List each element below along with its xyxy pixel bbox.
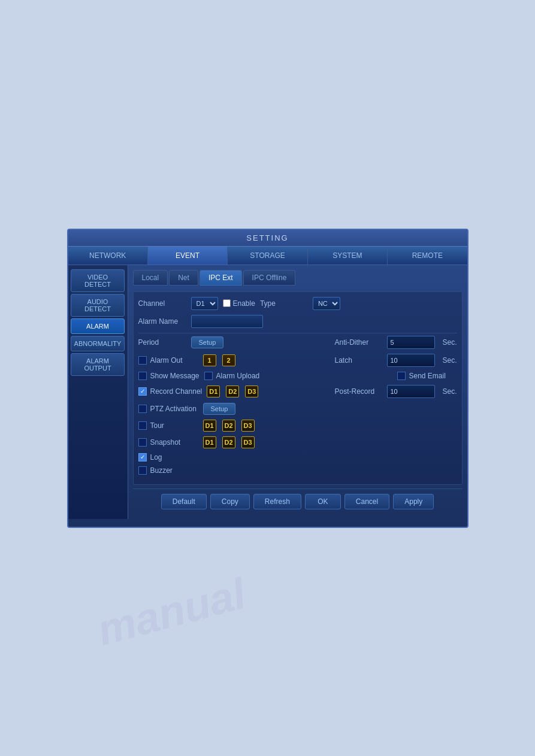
alarm-out-checkbox[interactable]: [138, 356, 147, 365]
watermark: manual: [92, 569, 251, 655]
period-label: Period: [138, 338, 186, 347]
record-channel-checkbox[interactable]: ✓: [138, 387, 147, 396]
alarm-name-label: Alarm Name: [138, 317, 186, 326]
record-channel-group: ✓ Record Channel: [138, 387, 202, 396]
buzzer-group: Buzzer: [138, 466, 198, 475]
record-d1[interactable]: D1: [207, 385, 220, 397]
log-row: ✓ Log: [138, 453, 457, 462]
log-checkbox[interactable]: ✓: [138, 453, 147, 462]
snapshot-checkbox[interactable]: [138, 438, 147, 447]
sidebar-video-detect[interactable]: VIDEO DETECT: [71, 269, 124, 292]
tab-local[interactable]: Local: [133, 270, 168, 286]
ptz-row: PTZ Activation Setup: [138, 403, 457, 415]
channel-select[interactable]: D1: [191, 297, 218, 310]
enable-group: Enable: [223, 299, 255, 308]
type-label: Type: [260, 299, 308, 308]
snap-d3[interactable]: D3: [241, 436, 255, 448]
alarm-name-row: Alarm Name: [138, 315, 457, 328]
tour-label: Tour: [150, 421, 164, 430]
alarm-out-row: Alarm Out 1 2 Latch Sec.: [138, 354, 457, 367]
channel-row: Channel D1 Enable Type NC: [138, 297, 457, 310]
enable-checkbox[interactable]: [223, 299, 231, 307]
buzzer-label: Buzzer: [150, 466, 173, 475]
message-row: Show Message Alarm Upload Send Email: [138, 372, 457, 380]
snap-d2[interactable]: D2: [222, 436, 235, 448]
alarm-upload-group: Alarm Upload: [204, 372, 264, 380]
tab-net[interactable]: Net: [169, 270, 198, 286]
left-sidebar: VIDEO DETECT AUDIO DETECT ALARM ABNORMAL…: [68, 265, 128, 519]
post-record-sec: Sec.: [442, 387, 457, 396]
alarm-name-input[interactable]: [191, 315, 263, 328]
send-email-checkbox[interactable]: [397, 372, 406, 380]
ok-button[interactable]: OK: [305, 494, 341, 509]
tour-d2[interactable]: D2: [222, 420, 235, 432]
cancel-button[interactable]: Cancel: [344, 494, 389, 509]
send-email-group: Send Email: [397, 372, 457, 380]
copy-button[interactable]: Copy: [210, 494, 250, 509]
enable-label: Enable: [233, 299, 255, 308]
tab-ipc-ext[interactable]: IPC Ext: [200, 270, 242, 286]
alarm-upload-label: Alarm Upload: [216, 372, 260, 380]
nav-event[interactable]: EVENT: [148, 247, 228, 265]
sidebar-alarm-output[interactable]: ALARM OUTPUT: [71, 353, 124, 376]
divider-1: [138, 333, 457, 333]
snapshot-row: Snapshot D1 D2 D3: [138, 436, 457, 448]
record-d2[interactable]: D2: [226, 385, 239, 397]
window-title: SETTING: [246, 233, 288, 242]
sidebar-alarm[interactable]: ALARM: [71, 318, 124, 334]
tour-d1[interactable]: D1: [203, 420, 216, 432]
snap-d1[interactable]: D1: [203, 436, 216, 448]
nav-system[interactable]: SYSTEM: [308, 247, 388, 265]
latch-input[interactable]: [387, 354, 435, 367]
record-channel-row: ✓ Record Channel D1 D2 D3 Post-Record Se…: [138, 385, 457, 398]
show-message-group: Show Message: [138, 372, 200, 380]
show-message-label: Show Message: [150, 372, 200, 380]
alarm-out-group: Alarm Out: [138, 356, 198, 365]
snapshot-group: Snapshot: [138, 438, 198, 447]
tour-d3[interactable]: D3: [241, 420, 255, 432]
nav-network[interactable]: NETWORK: [68, 247, 148, 265]
period-setup-button[interactable]: Setup: [191, 336, 224, 348]
antidither-sec: Sec.: [442, 338, 457, 347]
alarm-upload-checkbox[interactable]: [204, 372, 213, 380]
type-select[interactable]: NC: [313, 297, 340, 310]
content-area: VIDEO DETECT AUDIO DETECT ALARM ABNORMAL…: [68, 265, 467, 519]
bottom-bar: Default Copy Refresh OK Cancel Apply: [133, 488, 463, 514]
record-channel-label: Record Channel: [150, 387, 202, 396]
channel-label: Channel: [138, 299, 186, 308]
apply-button[interactable]: Apply: [393, 494, 434, 509]
main-panel: Local Net IPC Ext IPC Offline Channel D1: [128, 265, 467, 519]
title-bar: SETTING: [68, 230, 467, 247]
tour-checkbox[interactable]: [138, 421, 147, 430]
outer-wrapper: manual SETTING NETWORK EVENT STORAGE SYS…: [0, 0, 535, 756]
tab-ipc-offline[interactable]: IPC Offline: [243, 270, 296, 286]
post-record-input[interactable]: [387, 385, 435, 398]
alarm-out-2[interactable]: 2: [222, 354, 235, 366]
latch-label: Latch: [334, 356, 382, 365]
post-record-label: Post-Record: [334, 387, 382, 396]
log-group: ✓ Log: [138, 453, 198, 462]
record-d3[interactable]: D3: [245, 385, 258, 397]
period-row: Period Setup Anti-Dither Sec.: [138, 336, 457, 349]
buzzer-checkbox[interactable]: [138, 466, 147, 475]
show-message-checkbox[interactable]: [138, 372, 147, 380]
alarm-out-1[interactable]: 1: [203, 354, 216, 366]
refresh-button[interactable]: Refresh: [253, 494, 301, 509]
ptz-activation-group: PTZ Activation: [138, 405, 198, 413]
ptz-activation-label: PTZ Activation: [150, 405, 197, 413]
buzzer-row: Buzzer: [138, 466, 457, 475]
alarm-out-label: Alarm Out: [150, 356, 183, 365]
nav-storage[interactable]: STORAGE: [228, 247, 307, 265]
sidebar-audio-detect[interactable]: AUDIO DETECT: [71, 294, 124, 317]
ptz-setup-button[interactable]: Setup: [203, 403, 236, 415]
form-section: Channel D1 Enable Type NC: [133, 292, 463, 485]
ptz-activation-checkbox[interactable]: [138, 405, 147, 413]
sidebar-abnormality[interactable]: ABNORMALITY: [71, 336, 124, 351]
default-button[interactable]: Default: [161, 494, 207, 509]
nav-remote[interactable]: REMOTE: [388, 247, 467, 265]
antidither-input[interactable]: [387, 336, 435, 349]
latch-sec: Sec.: [442, 356, 457, 365]
snapshot-label: Snapshot: [150, 438, 181, 447]
top-nav: NETWORK EVENT STORAGE SYSTEM REMOTE: [68, 247, 467, 265]
tour-row: Tour D1 D2 D3: [138, 420, 457, 432]
